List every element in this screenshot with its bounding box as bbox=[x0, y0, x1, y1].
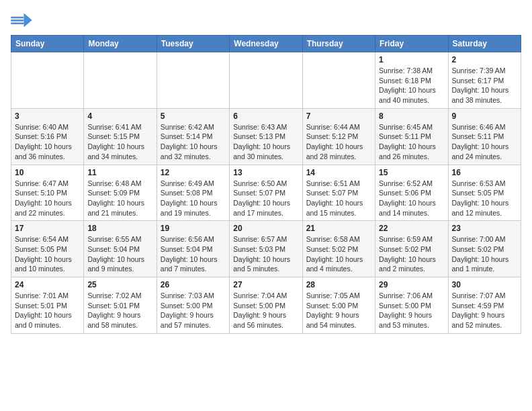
calendar-cell: 23Sunrise: 7:00 AMSunset: 5:02 PMDayligh… bbox=[448, 221, 521, 277]
day-info: Sunrise: 7:00 AMSunset: 5:02 PMDaylight:… bbox=[452, 234, 517, 274]
calendar-cell bbox=[302, 52, 375, 109]
calendar-cell: 29Sunrise: 7:06 AMSunset: 5:00 PMDayligh… bbox=[375, 277, 448, 334]
day-number: 3 bbox=[15, 111, 80, 121]
calendar-cell: 4Sunrise: 6:41 AMSunset: 5:15 PMDaylight… bbox=[84, 108, 157, 165]
logo bbox=[11, 11, 35, 30]
logo-icon bbox=[11, 11, 32, 30]
day-number: 8 bbox=[379, 111, 444, 121]
day-number: 5 bbox=[161, 111, 226, 121]
day-number: 16 bbox=[452, 168, 517, 177]
day-info: Sunrise: 6:57 AMSunset: 5:03 PMDaylight:… bbox=[233, 234, 298, 274]
day-info: Sunrise: 6:45 AMSunset: 5:11 PMDaylight:… bbox=[379, 122, 444, 162]
weekday-header-tuesday: Tuesday bbox=[157, 36, 229, 52]
day-number: 21 bbox=[306, 224, 371, 233]
calendar-week-row: 1Sunrise: 7:38 AMSunset: 6:18 PMDaylight… bbox=[11, 52, 521, 109]
calendar-cell: 28Sunrise: 7:05 AMSunset: 5:00 PMDayligh… bbox=[302, 277, 375, 334]
day-info: Sunrise: 7:05 AMSunset: 5:00 PMDaylight:… bbox=[306, 291, 371, 330]
calendar-cell: 10Sunrise: 6:47 AMSunset: 5:10 PMDayligh… bbox=[11, 165, 84, 221]
day-number: 29 bbox=[379, 280, 444, 289]
day-number: 10 bbox=[15, 168, 80, 177]
day-info: Sunrise: 6:41 AMSunset: 5:15 PMDaylight:… bbox=[87, 122, 152, 162]
day-number: 18 bbox=[87, 224, 152, 233]
day-info: Sunrise: 6:55 AMSunset: 5:04 PMDaylight:… bbox=[87, 234, 152, 274]
day-number: 30 bbox=[452, 280, 517, 289]
calendar-week-row: 10Sunrise: 6:47 AMSunset: 5:10 PMDayligh… bbox=[11, 165, 521, 221]
day-info: Sunrise: 6:56 AMSunset: 5:04 PMDaylight:… bbox=[161, 234, 226, 274]
day-info: Sunrise: 6:54 AMSunset: 5:05 PMDaylight:… bbox=[15, 234, 80, 274]
weekday-header-wednesday: Wednesday bbox=[230, 36, 302, 52]
svg-marker-1 bbox=[24, 13, 32, 28]
day-number: 28 bbox=[306, 280, 371, 289]
calendar-cell bbox=[11, 52, 84, 109]
day-info: Sunrise: 7:03 AMSunset: 5:00 PMDaylight:… bbox=[161, 291, 226, 330]
calendar-cell: 21Sunrise: 6:58 AMSunset: 5:02 PMDayligh… bbox=[302, 221, 375, 277]
calendar-cell: 1Sunrise: 7:38 AMSunset: 6:18 PMDaylight… bbox=[375, 52, 448, 109]
day-info: Sunrise: 6:53 AMSunset: 5:05 PMDaylight:… bbox=[452, 179, 517, 218]
day-info: Sunrise: 6:40 AMSunset: 5:16 PMDaylight:… bbox=[15, 122, 80, 162]
day-number: 1 bbox=[379, 55, 444, 64]
calendar-cell: 22Sunrise: 6:59 AMSunset: 5:02 PMDayligh… bbox=[375, 221, 448, 277]
weekday-header-thursday: Thursday bbox=[302, 36, 375, 52]
calendar-cell: 15Sunrise: 6:52 AMSunset: 5:06 PMDayligh… bbox=[375, 165, 448, 221]
page-header bbox=[11, 11, 521, 30]
day-info: Sunrise: 6:42 AMSunset: 5:14 PMDaylight:… bbox=[161, 122, 226, 162]
day-number: 26 bbox=[161, 280, 226, 289]
day-info: Sunrise: 6:50 AMSunset: 5:07 PMDaylight:… bbox=[233, 179, 298, 218]
day-number: 15 bbox=[379, 168, 444, 177]
day-number: 13 bbox=[233, 168, 298, 177]
day-number: 23 bbox=[452, 224, 517, 233]
calendar-cell: 25Sunrise: 7:02 AMSunset: 5:01 PMDayligh… bbox=[84, 277, 157, 334]
day-number: 11 bbox=[87, 168, 152, 177]
calendar-cell: 16Sunrise: 6:53 AMSunset: 5:05 PMDayligh… bbox=[448, 165, 521, 221]
day-info: Sunrise: 6:46 AMSunset: 5:11 PMDaylight:… bbox=[452, 122, 517, 162]
svg-rect-3 bbox=[11, 23, 24, 25]
calendar-cell bbox=[230, 52, 302, 109]
calendar-cell: 9Sunrise: 6:46 AMSunset: 5:11 PMDaylight… bbox=[448, 108, 521, 165]
day-info: Sunrise: 7:01 AMSunset: 5:01 PMDaylight:… bbox=[15, 291, 80, 330]
calendar-cell: 17Sunrise: 6:54 AMSunset: 5:05 PMDayligh… bbox=[11, 221, 84, 277]
calendar-cell: 20Sunrise: 6:57 AMSunset: 5:03 PMDayligh… bbox=[230, 221, 302, 277]
calendar-cell: 2Sunrise: 7:39 AMSunset: 6:17 PMDaylight… bbox=[448, 52, 521, 109]
day-number: 12 bbox=[161, 168, 226, 177]
day-number: 19 bbox=[161, 224, 226, 233]
day-info: Sunrise: 7:06 AMSunset: 5:00 PMDaylight:… bbox=[379, 291, 444, 330]
calendar-week-row: 17Sunrise: 6:54 AMSunset: 5:05 PMDayligh… bbox=[11, 221, 521, 277]
day-info: Sunrise: 7:39 AMSunset: 6:17 PMDaylight:… bbox=[452, 66, 517, 105]
calendar-cell: 6Sunrise: 6:43 AMSunset: 5:13 PMDaylight… bbox=[230, 108, 302, 165]
day-info: Sunrise: 6:44 AMSunset: 5:12 PMDaylight:… bbox=[306, 122, 371, 162]
calendar-cell: 27Sunrise: 7:04 AMSunset: 5:00 PMDayligh… bbox=[230, 277, 302, 334]
day-number: 6 bbox=[233, 111, 298, 121]
weekday-header-sunday: Sunday bbox=[11, 36, 84, 52]
calendar-cell: 12Sunrise: 6:49 AMSunset: 5:08 PMDayligh… bbox=[157, 165, 229, 221]
calendar-cell: 7Sunrise: 6:44 AMSunset: 5:12 PMDaylight… bbox=[302, 108, 375, 165]
calendar-week-row: 24Sunrise: 7:01 AMSunset: 5:01 PMDayligh… bbox=[11, 277, 521, 334]
day-info: Sunrise: 7:38 AMSunset: 6:18 PMDaylight:… bbox=[379, 66, 444, 105]
day-info: Sunrise: 7:07 AMSunset: 4:59 PMDaylight:… bbox=[452, 291, 517, 330]
day-number: 14 bbox=[306, 168, 371, 177]
svg-rect-0 bbox=[11, 17, 24, 19]
calendar-cell: 13Sunrise: 6:50 AMSunset: 5:07 PMDayligh… bbox=[230, 165, 302, 221]
calendar-week-row: 3Sunrise: 6:40 AMSunset: 5:16 PMDaylight… bbox=[11, 108, 521, 165]
day-number: 22 bbox=[379, 224, 444, 233]
day-info: Sunrise: 6:48 AMSunset: 5:09 PMDaylight:… bbox=[87, 179, 152, 218]
day-info: Sunrise: 6:58 AMSunset: 5:02 PMDaylight:… bbox=[306, 234, 371, 274]
svg-rect-2 bbox=[11, 19, 24, 21]
day-number: 20 bbox=[233, 224, 298, 233]
day-info: Sunrise: 6:47 AMSunset: 5:10 PMDaylight:… bbox=[15, 179, 80, 218]
day-info: Sunrise: 7:04 AMSunset: 5:00 PMDaylight:… bbox=[233, 291, 298, 330]
day-info: Sunrise: 6:51 AMSunset: 5:07 PMDaylight:… bbox=[306, 179, 371, 218]
calendar-cell: 30Sunrise: 7:07 AMSunset: 4:59 PMDayligh… bbox=[448, 277, 521, 334]
calendar-cell: 18Sunrise: 6:55 AMSunset: 5:04 PMDayligh… bbox=[84, 221, 157, 277]
day-number: 27 bbox=[233, 280, 298, 289]
weekday-header-friday: Friday bbox=[375, 36, 448, 52]
calendar-cell: 26Sunrise: 7:03 AMSunset: 5:00 PMDayligh… bbox=[157, 277, 229, 334]
day-number: 2 bbox=[452, 55, 517, 64]
calendar-cell bbox=[157, 52, 229, 109]
calendar-cell bbox=[84, 52, 157, 109]
day-info: Sunrise: 6:49 AMSunset: 5:08 PMDaylight:… bbox=[161, 179, 226, 218]
day-info: Sunrise: 7:02 AMSunset: 5:01 PMDaylight:… bbox=[87, 291, 152, 330]
day-info: Sunrise: 6:43 AMSunset: 5:13 PMDaylight:… bbox=[233, 122, 298, 162]
day-number: 9 bbox=[452, 111, 517, 121]
calendar-cell: 8Sunrise: 6:45 AMSunset: 5:11 PMDaylight… bbox=[375, 108, 448, 165]
calendar-cell: 11Sunrise: 6:48 AMSunset: 5:09 PMDayligh… bbox=[84, 165, 157, 221]
